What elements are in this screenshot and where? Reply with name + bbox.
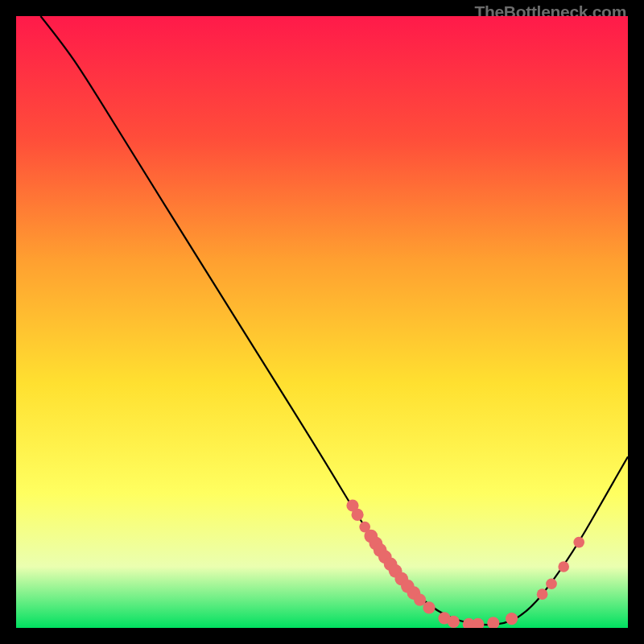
- chart-plot-area: [16, 16, 628, 628]
- data-point: [546, 578, 557, 589]
- data-point: [351, 509, 363, 521]
- data-point: [573, 537, 584, 548]
- data-point: [414, 593, 426, 605]
- chart-svg: [16, 16, 628, 628]
- chart-background: [16, 16, 628, 628]
- data-point: [558, 561, 569, 572]
- data-point: [448, 616, 460, 628]
- data-point: [423, 601, 435, 613]
- data-point: [537, 588, 548, 600]
- data-point: [506, 613, 518, 625]
